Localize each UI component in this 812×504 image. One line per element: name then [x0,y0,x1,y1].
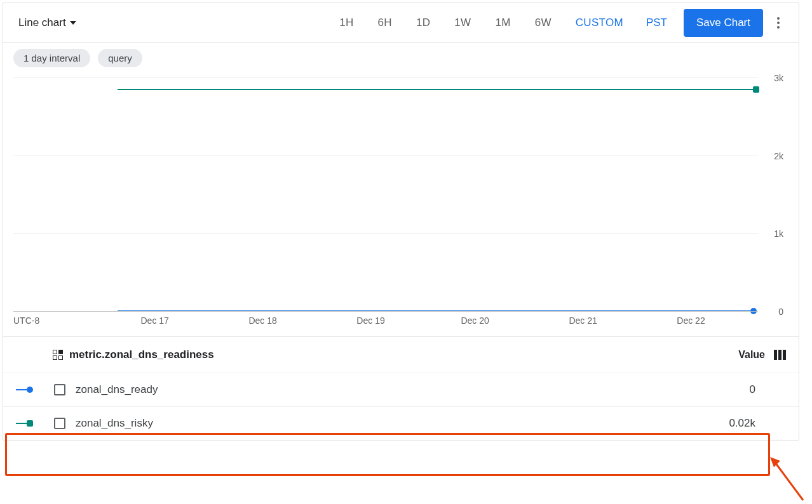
ytick-2k: 2k [774,151,783,161]
columns-icon[interactable] [774,350,786,360]
series-name-label: zonal_dns_risky [76,417,153,430]
series-name-label: zonal_dns_ready [76,383,158,396]
kebab-dot-icon [777,17,780,20]
range-6h[interactable]: 6H [367,11,403,34]
chevron-down-icon [70,21,76,25]
range-1d[interactable]: 1D [405,11,442,34]
range-1h[interactable]: 1H [328,11,365,34]
series-swatch-teal [16,420,39,427]
kebab-dot-icon [777,26,780,29]
save-chart-button[interactable]: Save Chart [684,9,763,37]
kebab-dot-icon [777,22,780,24]
legend-row-zonal-dns-ready[interactable]: zonal_dns_ready 0 [3,373,799,406]
range-1w[interactable]: 1W [443,11,482,34]
series-checkbox[interactable] [54,418,65,429]
chart-panel: Line chart 1H 6H 1D 1W 1M 6W CUSTOM PST … [3,3,799,441]
series-line-zonal-dns-risky [118,89,758,90]
breakdown-icon[interactable] [53,350,63,360]
legend-header: metric.zonal_dns_readiness Value [3,336,799,373]
ytick-3k: 3k [774,73,783,83]
range-1m[interactable]: 1M [484,11,522,34]
xtick: Dec 19 [356,315,384,326]
xtick: Dec 21 [569,315,597,326]
series-value: 0 [750,383,786,396]
series-value: 0.02k [729,417,786,430]
series-endpoint-zonal-dns-risky [753,86,759,93]
timezone-button[interactable]: PST [635,11,679,34]
filter-chips-row: 1 day interval query [3,43,799,67]
chart-type-selector[interactable]: Line chart [13,13,81,33]
legend-group-label: metric.zonal_dns_readiness [69,348,214,361]
xtick: Dec 20 [461,315,489,326]
chart-plot-area[interactable]: 3k 2k 1k 0 UTC-8 Dec 17 Dec 18 Dec 19 De… [13,77,788,331]
legend-row-zonal-dns-risky[interactable]: zonal_dns_risky 0.02k [3,406,799,440]
xtick: Dec 18 [248,315,276,326]
series-checkbox[interactable] [54,384,65,395]
x-axis: UTC-8 Dec 17 Dec 18 Dec 19 Dec 20 Dec 21… [13,311,758,331]
ytick-0: 0 [778,307,783,317]
range-custom[interactable]: CUSTOM [564,11,635,34]
chip-interval[interactable]: 1 day interval [13,49,90,67]
time-range-group: 1H 6H 1D 1W 1M 6W CUSTOM [328,11,635,34]
xtick: Dec 22 [677,315,705,326]
chip-query[interactable]: query [98,49,142,67]
xtick: Dec 17 [140,315,168,326]
value-column-header: Value [738,349,765,361]
ytick-1k: 1k [774,229,783,239]
range-6w[interactable]: 6W [524,11,563,34]
more-options-button[interactable] [768,11,788,35]
series-swatch-blue [16,387,39,393]
chart-toolbar: Line chart 1H 6H 1D 1W 1M 6W CUSTOM PST … [3,3,799,43]
timezone-axis-label: UTC-8 [13,315,39,326]
chart-type-label: Line chart [18,17,66,29]
